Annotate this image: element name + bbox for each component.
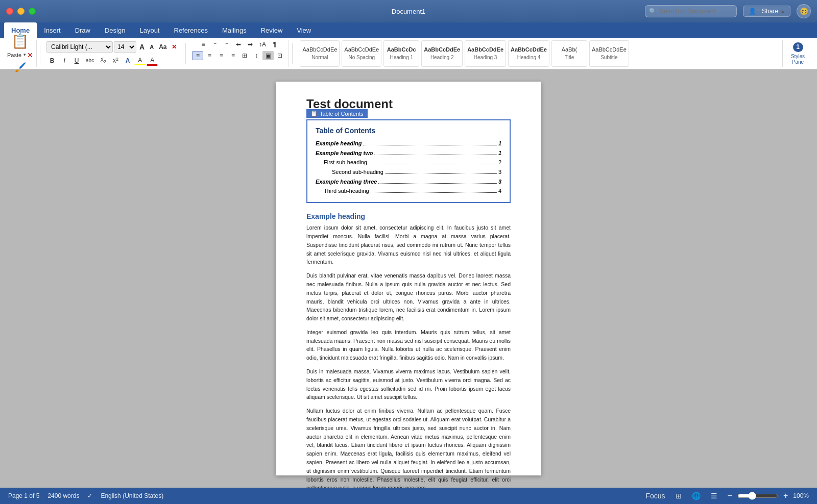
font-size-increase-button[interactable]: A [137, 42, 147, 52]
clear-format-button[interactable]: ✕ [27, 51, 33, 59]
search-input[interactable] [645, 5, 737, 17]
font-controls-row: Calibri Light (... 14 12 11 16 18 24 A A… [46, 41, 179, 53]
outline-view-button[interactable]: ☰ [709, 491, 719, 501]
minimize-button[interactable] [17, 8, 25, 15]
align-center-button[interactable]: ≡ [204, 51, 215, 60]
text-highlight-button[interactable]: A [122, 56, 133, 65]
toc-entry-5: Example heading three 3 [316, 177, 501, 187]
traffic-lights [6, 8, 36, 15]
superscript-button[interactable]: X2 [110, 56, 121, 65]
styles-pane-button[interactable]: 1 StylesPane [782, 40, 813, 67]
tab-insert[interactable]: Insert [37, 22, 68, 38]
toc-entry-3: First sub-heading 2 [316, 158, 501, 167]
print-layout-button[interactable]: ⊞ [674, 491, 684, 501]
title-bar-right: 🔍 👤+ Paste Share ▲ 😊 [645, 4, 811, 18]
proofing-icon[interactable]: ✓ [87, 492, 92, 499]
tab-view[interactable]: View [290, 22, 318, 38]
user-avatar[interactable]: 😊 [797, 4, 811, 18]
align-right-button[interactable]: ≡ [215, 51, 227, 60]
clear-formatting-button[interactable]: ✕ [170, 42, 179, 52]
toc-entry-2: Example heading two 1 [316, 148, 501, 158]
main-area: Test document 📋 Table of Contents Table … [0, 69, 817, 488]
tab-design[interactable]: Design [98, 22, 132, 38]
toc-popup: 📋 Table of Contents Table of Contents Ex… [306, 119, 511, 203]
toc-icon: 📋 [310, 110, 318, 117]
style-title[interactable]: AaBb( Title [551, 40, 587, 67]
bold-button[interactable]: B [46, 56, 58, 65]
text-color-button[interactable]: A [147, 56, 158, 66]
divider-3 [292, 43, 293, 64]
style-heading2-label: Heading 2 [430, 55, 454, 60]
sort-button[interactable]: ↕A [256, 40, 269, 49]
style-heading2[interactable]: AaBbCcDdEe Heading 2 [421, 40, 463, 67]
ribbon-tabs: Home Insert Draw Design Layout Reference… [0, 22, 817, 38]
paste-dropdown-arrow: ▼ [22, 53, 27, 57]
toc-entry-4: Second sub-heading 3 [316, 167, 501, 177]
justify-button[interactable]: ≡ [227, 51, 238, 60]
style-normal[interactable]: AaBbCcDdEe Normal [300, 40, 340, 67]
close-button[interactable] [6, 8, 13, 15]
maximize-button[interactable] [29, 8, 36, 15]
font-size-decrease-button[interactable]: A [148, 43, 156, 51]
font-size-select[interactable]: 14 12 11 16 18 24 [114, 41, 136, 53]
style-heading2-preview: AaBbCcDdEe [424, 46, 460, 53]
multilevel-list-button[interactable]: ⁼ [221, 40, 232, 49]
share-button[interactable]: 👤+ Paste Share ▲ [743, 6, 790, 17]
toc-entry-4-text: Second sub-heading [332, 167, 383, 177]
change-case-button[interactable]: Aa [157, 42, 169, 52]
bullets-button[interactable]: ≡ [198, 40, 209, 49]
toc-dots-6 [371, 192, 497, 193]
style-no-spacing[interactable]: AaBbCcDdEe No Spacing [342, 40, 381, 67]
style-normal-label: Normal [311, 55, 328, 60]
language[interactable]: English (United States) [101, 492, 163, 499]
font-color-button[interactable]: A [134, 56, 146, 65]
toc-entry-1-text: Example heading [316, 139, 362, 148]
numbering-button[interactable]: ⁼ [209, 40, 221, 49]
style-normal-preview: AaBbCcDdEe [302, 46, 337, 53]
share-dropdown-arrow: ▲ [781, 9, 785, 14]
tab-layout[interactable]: Layout [132, 22, 166, 38]
style-heading3-preview: AaBbCcDdEe [467, 46, 503, 53]
style-heading1[interactable]: AaBbCcDc Heading 1 [383, 40, 419, 67]
page-info: Page 1 of 5 [8, 492, 39, 499]
web-layout-button[interactable]: 🌐 [690, 491, 703, 501]
zoom-slider[interactable] [737, 492, 778, 500]
divider-2 [185, 43, 186, 64]
style-subtitle[interactable]: AaBbCcDdEe Subtitle [589, 40, 629, 67]
toc-entry-6: Third sub-heading 4 [316, 186, 501, 196]
columns-button[interactable]: ⊞ [239, 51, 250, 60]
paste-label: Paste [7, 52, 21, 58]
tab-mailings[interactable]: Mailings [215, 22, 254, 38]
line-spacing-button[interactable]: ↕ [251, 51, 262, 60]
toc-popup-label[interactable]: 📋 Table of Contents [306, 109, 368, 118]
styles-group: AaBbCcDdEe Normal AaBbCcDdEe No Spacing … [296, 40, 781, 67]
strikethrough-button[interactable]: abc [83, 57, 97, 64]
tab-references[interactable]: References [167, 22, 215, 38]
style-heading4[interactable]: AaBbCcDdEe Heading 4 [508, 40, 549, 67]
show-formatting-button[interactable]: ¶ [269, 40, 280, 49]
underline-button[interactable]: U [71, 56, 82, 65]
style-heading4-preview: AaBbCcDdEe [511, 46, 547, 53]
style-heading1-preview: AaBbCcDc [387, 46, 416, 53]
zoom-out-button[interactable]: − [726, 490, 734, 501]
section-para-2: Duis blandit pulvinar erat, vitae venena… [306, 271, 511, 323]
focus-button[interactable]: Focus [643, 491, 667, 501]
subscript-button[interactable]: X2 [98, 56, 109, 65]
style-heading3[interactable]: AaBbCcDdEe Heading 3 [465, 40, 506, 67]
increase-indent-button[interactable]: ➡ [245, 40, 256, 49]
tab-draw[interactable]: Draw [68, 22, 98, 38]
toc-dots-4 [385, 173, 497, 174]
zoom-in-button[interactable]: + [781, 490, 790, 501]
section-para-5: Nullam luctus dolor at enim finibus vive… [306, 407, 511, 488]
tab-review[interactable]: Review [254, 22, 290, 38]
font-name-select[interactable]: Calibri Light (... [46, 41, 113, 53]
align-left-button[interactable]: ≡ [192, 51, 203, 60]
borders-button[interactable]: ⊡ [274, 51, 285, 60]
toc-entry-3-text: First sub-heading [324, 158, 367, 167]
decrease-indent-button[interactable]: ⬅ [233, 40, 244, 49]
toc-dots-3 [369, 164, 497, 164]
document-container[interactable]: Test document 📋 Table of Contents Table … [0, 69, 817, 488]
shading-button[interactable]: ▣ [262, 51, 274, 60]
italic-button[interactable]: I [59, 56, 70, 65]
styles-pane-number: 1 [793, 42, 803, 52]
